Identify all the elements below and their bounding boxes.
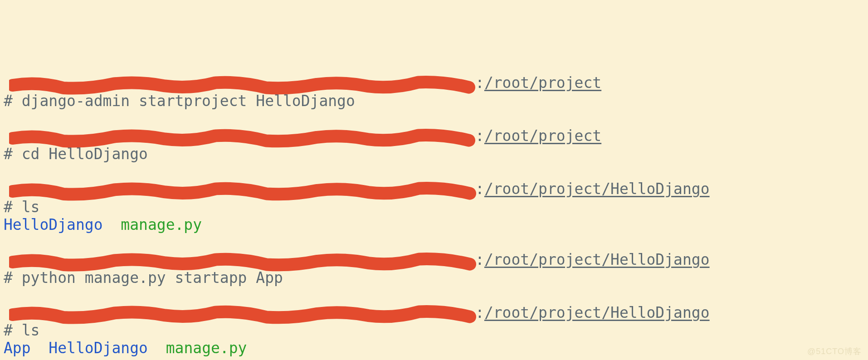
cwd-path: /root/project xyxy=(484,74,601,92)
output-text xyxy=(31,339,49,357)
prompt-hash: # xyxy=(4,269,22,287)
blank-line xyxy=(4,234,864,251)
prompt-line: :/root/project/HelloDjango xyxy=(4,304,864,322)
blank-line xyxy=(4,357,864,360)
terminal: :/root/project# django-admin startprojec… xyxy=(0,0,868,360)
prompt-path: :/root/project/HelloDjango xyxy=(475,304,710,322)
output-line: HelloDjango manage.py xyxy=(4,216,864,234)
ls-directory: HelloDjango xyxy=(49,339,148,357)
command-text: ls xyxy=(22,321,40,339)
command-line: # ls xyxy=(4,322,864,340)
prompt-line: :/root/project xyxy=(4,74,864,92)
prompt-path: :/root/project/HelloDjango xyxy=(475,251,710,269)
blank-line xyxy=(4,110,864,127)
prompt-hash: # xyxy=(4,321,22,339)
ls-executable: manage.py xyxy=(121,216,202,234)
cwd-path: /root/project xyxy=(484,127,601,145)
command-line: # cd HelloDjango xyxy=(4,146,864,163)
prompt-line: :/root/project/HelloDjango xyxy=(4,180,864,199)
prompt-hash: # xyxy=(4,92,22,110)
output-line: App HelloDjango manage.py xyxy=(4,340,864,357)
blank-line xyxy=(4,287,864,304)
ls-directory: App xyxy=(4,339,31,357)
prompt-path: :/root/project xyxy=(475,74,601,92)
prompt-line: :/root/project xyxy=(4,127,864,146)
blank-line xyxy=(4,163,864,180)
prompt-path: :/root/project xyxy=(475,127,601,145)
command-line: # django-admin startproject HelloDjango xyxy=(4,92,864,110)
command-text: python manage.py startapp App xyxy=(22,269,283,287)
output-text xyxy=(148,339,166,357)
ls-directory: HelloDjango xyxy=(4,216,103,234)
cwd-path: /root/project/HelloDjango xyxy=(484,251,710,268)
prompt-hash: # xyxy=(4,145,22,163)
prompt-hash: # xyxy=(4,198,22,216)
cwd-path: /root/project/HelloDjango xyxy=(484,304,710,321)
command-text: cd HelloDjango xyxy=(22,145,148,163)
command-text: django-admin startproject HelloDjango xyxy=(22,92,355,110)
command-text: ls xyxy=(22,198,40,216)
command-line: # ls xyxy=(4,199,864,216)
ls-executable: manage.py xyxy=(166,339,247,357)
command-line: # python manage.py startapp App xyxy=(4,269,864,287)
watermark: @51CTO博客 xyxy=(807,347,862,356)
prompt-line: :/root/project/HelloDjango xyxy=(4,251,864,269)
output-text xyxy=(103,216,121,234)
cwd-path: /root/project/HelloDjango xyxy=(484,180,710,198)
prompt-path: :/root/project/HelloDjango xyxy=(475,180,710,198)
